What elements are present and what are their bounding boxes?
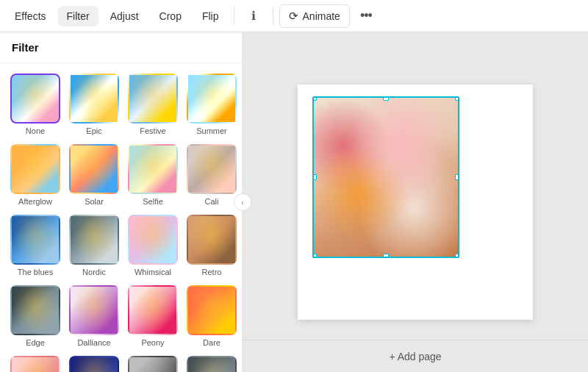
filter-label-solar: Solar: [85, 197, 104, 206]
filter-item-retro[interactable]: Retro: [184, 212, 240, 279]
filter-balloon-drama: [71, 357, 118, 372]
filter-balloon-retro: [188, 216, 235, 263]
filter-balloon-cali: [188, 146, 235, 193]
filter-label-afterglow: Afterglow: [18, 197, 52, 206]
filter-thumb-edge: [10, 285, 60, 335]
filter-item-drama[interactable]: Drama: [66, 353, 122, 372]
filter-item-nordic[interactable]: Nordic: [66, 212, 122, 279]
flower-image: [314, 98, 458, 257]
top-nav: Effects Filter Adjust Crop Flip ℹ ⟳ Anim…: [0, 0, 588, 32]
filter-item-afterglow[interactable]: Afterglow: [7, 141, 63, 209]
filter-label-whimsical: Whimsical: [135, 268, 171, 276]
filter-balloon-festive: [129, 75, 176, 122]
filter-item-none[interactable]: None: [7, 71, 63, 138]
filter-item-dalliance[interactable]: Dalliance: [66, 282, 122, 350]
filter-thumb-epic: [69, 74, 119, 124]
filter-thumb-selfie: [128, 144, 178, 194]
filter-balloon-none: [12, 75, 59, 122]
filter-item-summer[interactable]: Summer: [184, 71, 240, 138]
filter-label-nordic: Nordic: [82, 268, 106, 276]
filter-item-epic[interactable]: Epic: [66, 71, 122, 138]
filter-balloon-edge: [12, 287, 59, 334]
filters-grid: NoneEpicFestiveSummerAfterglowSolarSelfi…: [0, 63, 242, 372]
filter-label-theblues: The blues: [18, 268, 53, 276]
filter-thumb-afterglow: [10, 144, 60, 194]
animate-label: Animate: [303, 10, 340, 22]
selection-handle-bl[interactable]: [312, 254, 317, 258]
selection-handle-br[interactable]: [455, 254, 459, 258]
canvas-image[interactable]: ↻: [312, 96, 459, 258]
nav-separator-2: [273, 7, 273, 25]
filter-label-selfie: Selfie: [143, 197, 163, 206]
filter-thumb-nordic: [69, 215, 119, 265]
filter-thumb-summer: [187, 74, 237, 124]
filter-balloon-greyscale: [129, 357, 176, 372]
selection-handle-bc[interactable]: [383, 254, 389, 258]
filter-label-edge: Edge: [26, 338, 45, 347]
filter-thumb-festive: [128, 74, 178, 124]
filter-item-selfie[interactable]: Selfie: [125, 141, 181, 209]
filter-label-dalliance: Dalliance: [77, 338, 110, 347]
filter-label-retro: Retro: [202, 268, 222, 276]
filter-balloon-dare: [188, 287, 235, 334]
filter-thumb-greyscale: [128, 356, 178, 372]
filter-thumb-cali: [187, 144, 237, 194]
sidebar-title: Filter: [0, 32, 242, 63]
filter-item-theblues[interactable]: The blues: [7, 212, 63, 279]
filter-item-rosie[interactable]: Rosie: [7, 353, 63, 372]
selection-handle-tl[interactable]: [312, 96, 317, 101]
tab-adjust[interactable]: Adjust: [101, 6, 148, 26]
animate-icon: ⟳: [289, 10, 298, 23]
filter-item-street[interactable]: Street: [184, 353, 240, 372]
filter-balloon-summer: [188, 75, 235, 122]
filter-thumb-drama: [69, 356, 119, 372]
sidebar-wrapper: Filter NoneEpicFestiveSummerAfterglowSol…: [0, 32, 243, 372]
filter-item-cali[interactable]: Cali: [184, 141, 240, 209]
filter-item-edge[interactable]: Edge: [7, 282, 63, 350]
filter-balloon-solar: [71, 146, 118, 193]
canvas-page: ↻: [298, 85, 533, 320]
more-options-button[interactable]: •••: [353, 3, 379, 29]
selection-handle-ml[interactable]: [312, 174, 317, 180]
filter-balloon-selfie: [129, 146, 176, 193]
selection-handle-mr[interactable]: [455, 174, 459, 180]
sidebar-collapse-button[interactable]: ‹: [234, 193, 251, 211]
add-page-button[interactable]: + Add page: [243, 340, 588, 372]
selection-handle-tr[interactable]: [455, 96, 459, 101]
filter-thumb-solar: [69, 144, 119, 194]
main-layout: Filter NoneEpicFestiveSummerAfterglowSol…: [0, 32, 588, 372]
tab-effects[interactable]: Effects: [6, 6, 55, 26]
filter-item-peony[interactable]: Peony: [125, 282, 181, 350]
nav-separator: [234, 7, 234, 25]
filter-item-festive[interactable]: Festive: [125, 71, 181, 138]
canvas-area: ↻ + Add page: [243, 32, 588, 372]
filter-label-summer: Summer: [196, 126, 227, 135]
filter-item-greyscale[interactable]: Greyscale: [125, 353, 181, 372]
filter-label-cali: Cali: [205, 197, 219, 206]
tab-flip[interactable]: Flip: [193, 6, 228, 26]
animate-button[interactable]: ⟳ Animate: [279, 4, 350, 28]
filter-item-dare[interactable]: Dare: [184, 282, 240, 350]
filter-thumb-street: [187, 356, 237, 372]
filter-label-epic: Epic: [86, 126, 101, 135]
selection-handle-tc[interactable]: [383, 96, 389, 101]
filter-item-solar[interactable]: Solar: [66, 141, 122, 209]
filter-thumb-rosie: [10, 356, 60, 372]
filter-label-peony: Peony: [141, 338, 164, 347]
filter-balloon-afterglow: [12, 146, 59, 193]
add-page-label: + Add page: [389, 351, 441, 362]
filter-thumb-dare: [187, 285, 237, 335]
filter-balloon-rosie: [12, 357, 59, 372]
filter-label-dare: Dare: [203, 338, 220, 347]
filter-thumb-whimsical: [128, 215, 178, 265]
tab-crop[interactable]: Crop: [151, 6, 190, 26]
filter-balloon-theblues: [12, 216, 59, 263]
info-icon-button[interactable]: ℹ: [240, 3, 267, 29]
tab-filter[interactable]: Filter: [58, 6, 98, 26]
filter-sidebar: Filter NoneEpicFestiveSummerAfterglowSol…: [0, 32, 243, 372]
filter-balloon-street: [188, 357, 235, 372]
filter-balloon-whimsical: [129, 216, 176, 263]
filter-thumb-none: [10, 74, 60, 124]
filter-balloon-peony: [129, 287, 176, 334]
filter-item-whimsical[interactable]: Whimsical: [125, 212, 181, 279]
